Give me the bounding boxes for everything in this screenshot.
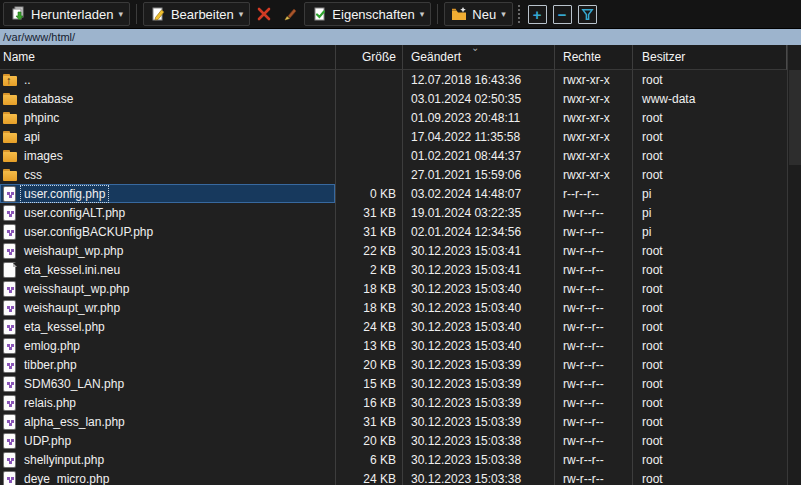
name-cell[interactable]: .. xyxy=(0,70,336,89)
table-row[interactable]: emlog.php 13 KB 30.12.2023 15:03:40 rw-r… xyxy=(0,336,801,355)
name-cell[interactable]: alpha_ess_lan.php xyxy=(0,412,336,431)
table-row[interactable]: database 03.01.2024 02:50:35 rwxr-xr-x w… xyxy=(0,89,801,108)
modified-cell: 30.12.2023 15:03:39 xyxy=(403,374,555,393)
table-row[interactable]: relais.php 16 KB 30.12.2023 15:03:39 rw-… xyxy=(0,393,801,412)
name-cell[interactable]: css xyxy=(0,165,336,184)
name-cell[interactable]: user.configALT.php xyxy=(0,203,336,222)
size-cell: 24 KB xyxy=(336,469,403,485)
table-row[interactable]: css 27.01.2021 15:59:06 rwxr-xr-x root xyxy=(0,165,801,184)
column-header-modified[interactable]: Geändert ⌄ xyxy=(403,45,555,70)
table-row[interactable]: UDP.php 20 KB 30.12.2023 15:03:38 rw-r--… xyxy=(0,431,801,450)
edit-icon xyxy=(150,6,166,22)
column-header-owner[interactable]: Besitzer xyxy=(633,45,787,70)
name-cell[interactable]: eta_kessel.php xyxy=(0,317,336,336)
column-header-size[interactable]: Größe xyxy=(336,45,403,70)
table-row[interactable]: .. 12.07.2018 16:43:36 rwxr-xr-x root xyxy=(0,70,801,89)
name-cell[interactable]: shellyinput.php xyxy=(0,450,336,469)
name-cell[interactable]: user.config.php xyxy=(0,184,336,203)
owner-cell: root xyxy=(633,108,787,127)
name-cell[interactable]: weishaupt_wr.php xyxy=(0,298,336,317)
table-row[interactable]: images 01.02.2021 08:44:37 rwxr-xr-x roo… xyxy=(0,146,801,165)
owner-cell: root xyxy=(633,469,787,485)
scrollbar-thumb[interactable] xyxy=(789,70,801,165)
name-cell[interactable]: eta_kessel.ini.neu xyxy=(0,260,336,279)
rights-cell: rw-r--r-- xyxy=(555,450,633,469)
rename-button[interactable] xyxy=(278,2,302,26)
column-header-rights[interactable]: Rechte xyxy=(555,45,633,70)
new-button[interactable]: Neu xyxy=(444,2,512,26)
rights-cell: rwxr-xr-x xyxy=(555,70,633,89)
table-row[interactable]: SDM630_LAN.php 15 KB 30.12.2023 15:03:39… xyxy=(0,374,801,393)
column-label: Name xyxy=(3,50,35,64)
delete-button[interactable] xyxy=(252,2,276,26)
file-name: weishaupt_wr.php xyxy=(22,301,122,315)
modified-cell: 27.01.2021 15:59:06 xyxy=(403,165,555,184)
table-row[interactable]: weishaupt_wr.php 18 KB 30.12.2023 15:03:… xyxy=(0,298,801,317)
rights-cell: rw-r--r-- xyxy=(555,412,633,431)
modified-cell: 30.12.2023 15:03:41 xyxy=(403,260,555,279)
owner-cell: root xyxy=(633,241,787,260)
rights-cell: rwxr-xr-x xyxy=(555,165,633,184)
modified-cell: 30.12.2023 15:03:39 xyxy=(403,355,555,374)
name-cell[interactable]: emlog.php xyxy=(0,336,336,355)
column-label: Größe xyxy=(362,50,396,64)
table-row[interactable]: tibber.php 20 KB 30.12.2023 15:03:39 rw-… xyxy=(0,355,801,374)
file-name: shellyinput.php xyxy=(22,453,106,467)
table-row[interactable]: eta_kessel.php 24 KB 30.12.2023 15:03:40… xyxy=(0,317,801,336)
path-bar[interactable]: /var/www/html/ xyxy=(0,29,801,45)
owner-cell: root xyxy=(633,431,787,450)
modified-cell: 02.01.2024 12:34:56 xyxy=(403,222,555,241)
name-cell[interactable]: user.configBACKUP.php xyxy=(0,222,336,241)
table-row[interactable]: user.config.php 0 KB 03.02.2024 14:48:07… xyxy=(0,184,801,203)
download-button[interactable]: Herunterladen xyxy=(3,2,130,26)
name-cell[interactable]: UDP.php xyxy=(0,431,336,450)
name-cell[interactable]: SDM630_LAN.php xyxy=(0,374,336,393)
file-list: .. 12.07.2018 16:43:36 rwxr-xr-x root da… xyxy=(0,70,801,485)
table-row[interactable]: alpha_ess_lan.php 31 KB 30.12.2023 15:03… xyxy=(0,412,801,431)
modified-cell: 03.01.2024 02:50:35 xyxy=(403,89,555,108)
edit-button[interactable]: Bearbeiten xyxy=(143,2,250,26)
table-row[interactable]: shellyinput.php 6 KB 30.12.2023 15:03:38… xyxy=(0,450,801,469)
toolbar-grip[interactable] xyxy=(518,5,521,23)
remove-button[interactable]: − xyxy=(553,5,572,24)
table-row[interactable]: user.configALT.php 31 KB 19.01.2024 03:2… xyxy=(0,203,801,222)
name-cell[interactable]: deye_micro.php xyxy=(0,469,336,485)
name-cell[interactable]: database xyxy=(0,89,336,108)
table-row[interactable]: weisshaupt_wp.php 18 KB 30.12.2023 15:03… xyxy=(0,279,801,298)
php-file-icon xyxy=(3,187,18,201)
folder-icon xyxy=(3,168,18,182)
filter-button[interactable] xyxy=(578,5,597,24)
file-name: database xyxy=(22,92,75,106)
modified-cell: 30.12.2023 15:03:39 xyxy=(403,393,555,412)
modified-cell: 30.12.2023 15:03:38 xyxy=(403,450,555,469)
owner-cell: root xyxy=(633,355,787,374)
table-row[interactable]: deye_micro.php 24 KB 30.12.2023 15:03:38… xyxy=(0,469,801,485)
name-cell[interactable]: images xyxy=(0,146,336,165)
table-row[interactable]: user.configBACKUP.php 31 KB 02.01.2024 1… xyxy=(0,222,801,241)
name-cell[interactable]: api xyxy=(0,127,336,146)
table-row[interactable]: weishaupt_wp.php 22 KB 30.12.2023 15:03:… xyxy=(0,241,801,260)
file-name: .. xyxy=(22,73,33,87)
php-file-icon xyxy=(3,453,18,467)
php-file-icon xyxy=(3,396,18,410)
table-row[interactable]: eta_kessel.ini.neu 2 KB 30.12.2023 15:03… xyxy=(0,260,801,279)
size-cell xyxy=(336,89,403,108)
add-button[interactable]: + xyxy=(528,5,547,24)
vertical-scrollbar[interactable] xyxy=(787,45,801,485)
modified-cell: 30.12.2023 15:03:39 xyxy=(403,412,555,431)
modified-cell: 03.02.2024 14:48:07 xyxy=(403,184,555,203)
name-cell[interactable]: tibber.php xyxy=(0,355,336,374)
column-header-name[interactable]: Name xyxy=(0,45,336,70)
table-row[interactable]: api 17.04.2022 11:35:58 rwxr-xr-x root xyxy=(0,127,801,146)
table-row[interactable]: phpinc 01.09.2023 20:48:11 rwxr-xr-x roo… xyxy=(0,108,801,127)
name-cell[interactable]: weishaupt_wp.php xyxy=(0,241,336,260)
rights-cell: rw-r--r-- xyxy=(555,317,633,336)
owner-cell: root xyxy=(633,70,787,89)
name-cell[interactable]: relais.php xyxy=(0,393,336,412)
name-cell[interactable]: phpinc xyxy=(0,108,336,127)
properties-button[interactable]: Eigenschaften xyxy=(304,2,431,26)
name-cell[interactable]: weisshaupt_wp.php xyxy=(0,279,336,298)
file-name: tibber.php xyxy=(22,358,79,372)
rights-cell: rw-r--r-- xyxy=(555,431,633,450)
size-cell xyxy=(336,108,403,127)
